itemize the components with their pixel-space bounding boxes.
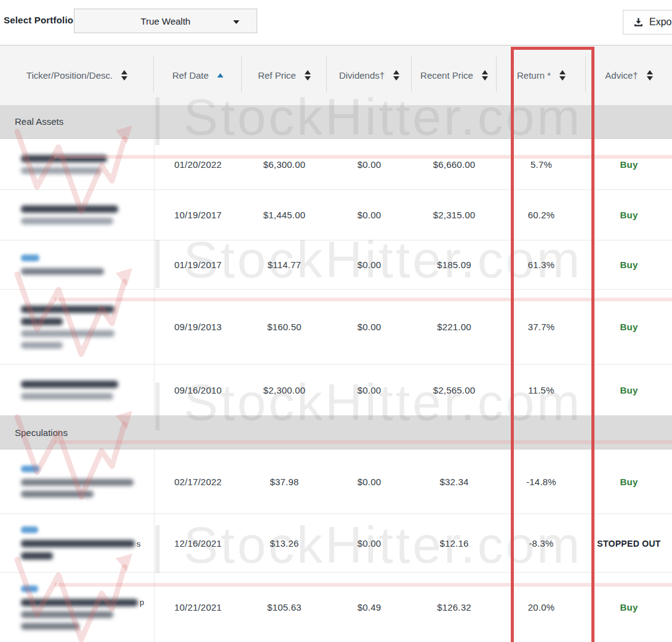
ref-price-cell: $37.98	[242, 450, 327, 514]
return-cell: 5.7%	[497, 139, 586, 190]
return-cell: 20.0%	[497, 573, 586, 642]
ref-date-cell: 10/19/2017	[154, 190, 242, 240]
dividends-cell: $0.00	[327, 290, 412, 365]
portfolio-table: Ticker/Position/Desc.Ref DateRef PriceDi…	[0, 45, 672, 642]
redacted-text-bar	[21, 306, 114, 313]
export-button[interactable]: Export	[623, 10, 672, 34]
ticker-link[interactable]	[21, 466, 39, 472]
ticker-cell	[0, 190, 154, 240]
advice-cell: STOPPED OUT	[586, 514, 672, 573]
recent-price-cell: $126.32	[412, 573, 497, 642]
ticker-link[interactable]	[21, 526, 38, 533]
sort-both-icon[interactable]	[393, 70, 399, 81]
column-label: Ref Price	[258, 70, 296, 81]
redacted-text-bar	[21, 479, 134, 486]
recent-price-cell: $2,315.00	[412, 190, 497, 240]
dividends-cell: $0.00	[327, 139, 412, 190]
advice-cell: Buy	[586, 139, 672, 190]
column-label: Return *	[517, 70, 551, 81]
dividends-cell: $0.00	[327, 240, 412, 290]
export-button-label: Export	[649, 17, 672, 28]
ref-price-cell: $6,300.00	[242, 139, 327, 190]
advice-cell: Buy	[586, 365, 672, 416]
column-label: Recent Price	[420, 70, 473, 81]
table-row: 01/20/2022$6,300.00$0.00$6,660.005.7%Buy	[0, 139, 672, 190]
redacted-text-bar	[21, 552, 53, 560]
recent-price-cell: $12.16	[412, 514, 497, 573]
ticker-cell: s	[0, 514, 154, 573]
text-fragment: p	[140, 599, 144, 606]
ref-price-cell: $160.50	[242, 290, 327, 365]
ticker-link[interactable]	[21, 585, 38, 592]
redacted-text-bar	[21, 540, 135, 547]
ref-date-cell: 09/19/2013	[154, 290, 242, 365]
column-label: Ref Date	[172, 70, 209, 81]
ticker-cell	[0, 240, 154, 290]
return-cell: 61.3%	[497, 240, 586, 290]
section-header-real-assets: Real Assets	[0, 105, 672, 139]
advice-cell: Buy	[586, 573, 672, 642]
table-header-row: Ticker/Position/Desc.Ref DateRef PriceDi…	[0, 46, 672, 105]
ref-price-cell: $2,300.00	[242, 365, 327, 416]
return-cell: -14.8%	[497, 450, 586, 514]
ref-date-cell: 12/16/2021	[154, 514, 242, 573]
advice-buy-label: Buy	[620, 159, 638, 170]
advice-cell: Buy	[586, 290, 672, 365]
ticker-cell	[0, 450, 154, 514]
advice-buy-label: Buy	[620, 260, 638, 270]
redacted-text-bar	[21, 393, 113, 400]
return-cell: 60.2%	[497, 190, 586, 240]
portfolio-dropdown-value: True Wealth	[141, 16, 191, 26]
section-label: Real Assets	[15, 116, 63, 127]
recent-price-cell: $2,565.00	[412, 365, 497, 416]
recent-price-cell: $6,660.00	[412, 139, 497, 190]
table-row: 01/19/2017$114.77$0.00$185.0961.3%Buy	[0, 240, 672, 290]
redacted-text-bar	[21, 205, 118, 213]
dividends-cell: $0.49	[327, 573, 412, 642]
portfolio-dropdown[interactable]: True Wealth	[74, 9, 257, 33]
table-row: p10/21/2021$105.63$0.49$126.3220.0%Buy	[0, 573, 672, 642]
redacted-text-bar	[21, 167, 101, 174]
sort-both-icon[interactable]	[647, 70, 653, 81]
ticker-cell	[0, 139, 154, 190]
redacted-text-bar	[21, 599, 138, 606]
column-header-ref-price[interactable]: Ref Price	[242, 46, 327, 105]
table-row: s12/16/2021$13.26$0.00$12.16-8.3%STOPPED…	[0, 514, 672, 573]
redacted-text-bar	[21, 330, 114, 337]
sort-both-icon[interactable]	[305, 70, 311, 81]
table-row: 09/19/2013$160.50$0.00$221.0037.7%Buy	[0, 290, 672, 365]
sort-both-icon[interactable]	[559, 70, 566, 81]
dividends-cell: $0.00	[327, 514, 412, 573]
column-label: Ticker/Position/Desc.	[26, 70, 113, 81]
ref-price-cell: $1,445.00	[242, 190, 327, 240]
column-header-ticker-position-desc[interactable]: Ticker/Position/Desc.	[0, 46, 154, 105]
advice-stopped-out-label: STOPPED OUT	[597, 539, 660, 549]
text-fragment: s	[137, 541, 141, 547]
redacted-text-bar	[21, 342, 63, 349]
advice-cell: Buy	[586, 190, 672, 240]
dropdown-caret-icon	[233, 20, 239, 24]
advice-buy-label: Buy	[620, 602, 638, 612]
advice-cell: Buy	[586, 240, 672, 290]
recent-price-cell: $221.00	[412, 290, 497, 365]
redacted-text-bar	[21, 218, 113, 224]
redacted-text-bar	[21, 155, 107, 162]
section-label: Speculations	[15, 427, 68, 438]
sort-asc-icon[interactable]	[217, 73, 223, 77]
redacted-text-bar	[21, 381, 118, 388]
table-row: 10/19/2017$1,445.00$0.00$2,315.0060.2%Bu…	[0, 190, 672, 240]
column-header-return[interactable]: Return *	[497, 46, 586, 105]
redacted-text-bar	[21, 491, 94, 497]
ticker-cell: p	[0, 573, 154, 642]
ticker-cell	[0, 365, 154, 416]
table-row: 02/17/2022$37.98$0.00$32.34-14.8%Buy	[0, 450, 672, 514]
return-cell: -8.3%	[497, 514, 586, 573]
column-header-recent-price[interactable]: Recent Price	[412, 46, 497, 105]
column-header-advice[interactable]: Advice†	[586, 46, 672, 105]
ref-date-cell: 01/19/2017	[154, 240, 242, 290]
column-header-dividends[interactable]: Dividends†	[327, 46, 412, 105]
ticker-link[interactable]	[21, 255, 39, 261]
sort-both-icon[interactable]	[482, 70, 488, 81]
column-header-ref-date[interactable]: Ref Date	[154, 46, 242, 105]
sort-both-icon[interactable]	[121, 70, 127, 81]
